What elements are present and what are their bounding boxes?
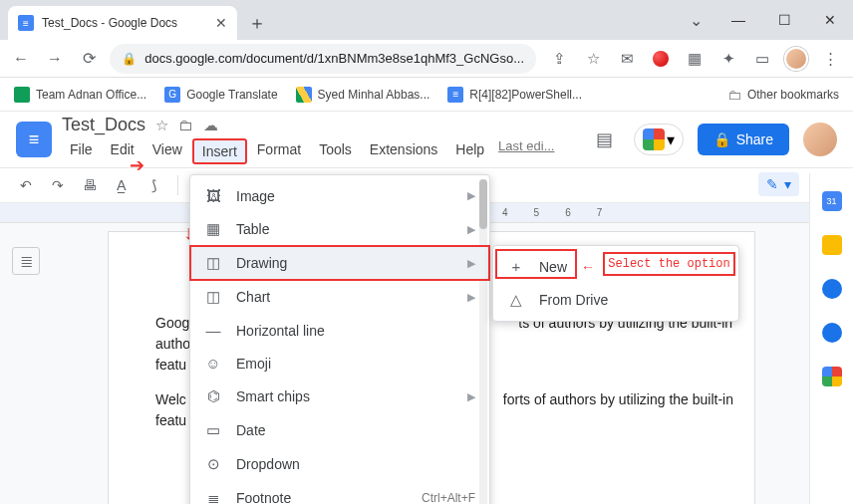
other-bookmarks-label: Other bookmarks — [747, 88, 839, 102]
undo-button[interactable]: ↶ — [14, 173, 38, 197]
plus-icon: + — [507, 258, 525, 275]
bookmarks-bar: Team Adnan Office... GGoogle Translate S… — [0, 78, 853, 112]
menu-label: Chart — [236, 289, 270, 305]
annotation-text: Select the option — [608, 257, 729, 271]
insert-smart-chips[interactable]: ⌬Smart chips▶ — [190, 379, 489, 413]
calendar-icon[interactable] — [822, 191, 842, 211]
menu-tools[interactable]: Tools — [311, 138, 360, 164]
menu-format[interactable]: Format — [249, 138, 309, 164]
annotation-arrow: ➔ — [130, 154, 144, 176]
footnote-icon: ≣ — [204, 489, 222, 504]
extensions-icon[interactable]: ✦ — [713, 45, 743, 73]
menu-view[interactable]: View — [144, 138, 190, 164]
menu-label: Date — [236, 422, 266, 438]
bookmark-label: R[4][82]PowerShell... — [469, 88, 582, 102]
close-tab-icon[interactable]: ✕ — [215, 15, 227, 31]
shortcut-label: Ctrl+Alt+F — [422, 491, 475, 504]
sheets-extension-icon[interactable]: ▦ — [680, 45, 710, 73]
bookmark-item[interactable]: Syed Minhal Abbas... — [296, 87, 430, 103]
lock-icon: 🔒 — [122, 52, 137, 66]
new-tab-button[interactable]: ＋ — [243, 9, 271, 37]
print-button[interactable]: 🖶 — [78, 173, 102, 197]
meet-button[interactable]: ▾ — [634, 124, 684, 155]
submenu-arrow-icon: ▶ — [467, 223, 475, 236]
browser-tab[interactable]: ≡ Test_Docs - Google Docs ✕ — [8, 6, 237, 40]
date-icon: ▭ — [204, 421, 222, 439]
cloud-status-icon[interactable]: ☁ — [203, 117, 218, 134]
menu-label: Horizontal line — [236, 323, 325, 339]
url-field[interactable]: 🔒 docs.google.com/document/d/1xnBNMm3e8s… — [110, 44, 536, 74]
lock-icon: 🔒 — [713, 131, 730, 147]
docs-logo-icon[interactable]: ≡ — [16, 122, 52, 157]
menu-help[interactable]: Help — [447, 138, 492, 164]
redo-button[interactable]: ↷ — [46, 173, 70, 197]
opera-extension-icon[interactable] — [646, 45, 676, 73]
star-icon[interactable]: ☆ — [155, 117, 168, 134]
tab-overflow-icon[interactable]: ⌄ — [676, 5, 715, 35]
insert-dropdown: 🖼Image▶ ▦Table▶ ◫Drawing▶ ◫Chart▶ —Horiz… — [189, 174, 490, 504]
ruler-mark: 5 — [534, 207, 540, 218]
minimize-button[interactable]: — — [715, 5, 761, 35]
browser-menu-icon[interactable]: ⋮ — [815, 45, 845, 73]
tasks-icon[interactable] — [822, 279, 842, 299]
submenu-label: New — [539, 259, 567, 275]
document-title[interactable]: Test_Docs — [62, 115, 145, 135]
insert-drawing[interactable]: ◫Drawing▶ — [190, 246, 489, 280]
ruler-mark: 7 — [597, 207, 603, 218]
bookmark-item[interactable]: ≡R[4][82]PowerShell... — [447, 87, 582, 103]
keep-icon[interactable] — [822, 235, 842, 255]
other-bookmarks[interactable]: 🗀Other bookmarks — [727, 87, 839, 103]
bookmark-item[interactable]: Team Adnan Office... — [14, 87, 146, 103]
contacts-icon[interactable] — [822, 323, 842, 343]
reload-button[interactable]: ⟳ — [76, 45, 102, 73]
insert-hline[interactable]: —Horizontal line — [190, 314, 489, 347]
chart-icon: ◫ — [204, 288, 222, 306]
docs-header: ≡ Test_Docs ☆ 🗀 ☁ File Edit View Insert … — [0, 112, 853, 167]
insert-date[interactable]: ▭Date — [190, 413, 489, 447]
drawing-icon: ◫ — [204, 254, 222, 272]
address-bar: ← → ⟳ 🔒 docs.google.com/document/d/1xnBN… — [0, 40, 853, 78]
bookmark-star-icon[interactable]: ☆ — [578, 45, 608, 73]
share-url-icon[interactable]: ⇪ — [544, 45, 574, 73]
mail-extension-icon[interactable]: ✉ — [612, 45, 642, 73]
menu-file[interactable]: File — [62, 138, 101, 164]
submenu-label: From Drive — [539, 292, 608, 308]
insert-dropdown-chip[interactable]: ⊙Dropdown — [190, 447, 489, 481]
outline-toggle-button[interactable]: ≣ — [12, 247, 40, 275]
maps-icon[interactable] — [822, 367, 842, 386]
menu-label: Footnote — [236, 490, 291, 504]
share-button[interactable]: 🔒Share — [698, 124, 789, 155]
insert-emoji[interactable]: ☺Emoji — [190, 347, 489, 379]
annotation-callout: Select the option — [603, 252, 735, 276]
cast-icon[interactable]: ▭ — [747, 45, 777, 73]
account-avatar[interactable] — [803, 123, 837, 156]
insert-table[interactable]: ▦Table▶ — [190, 212, 489, 246]
editing-mode-button[interactable]: ✎ ▾ — [758, 172, 799, 196]
menu-insert[interactable]: Insert — [192, 138, 247, 164]
share-label: Share — [736, 131, 773, 147]
bookmark-label: Google Translate — [186, 88, 277, 102]
maximize-button[interactable]: ☐ — [761, 5, 807, 35]
menu-label: Drawing — [236, 255, 287, 271]
smart-chips-icon: ⌬ — [204, 387, 222, 405]
spellcheck-button[interactable]: A̲ — [110, 173, 134, 197]
insert-image[interactable]: 🖼Image▶ — [190, 179, 489, 212]
comments-icon[interactable]: ▤ — [590, 125, 620, 154]
back-button[interactable]: ← — [8, 45, 34, 73]
bookmark-item[interactable]: GGoogle Translate — [164, 87, 277, 103]
profile-avatar[interactable] — [781, 45, 811, 73]
last-edit-link[interactable]: Last edi... — [498, 138, 554, 164]
drawing-from-drive[interactable]: △From Drive — [493, 283, 738, 317]
forward-button[interactable]: → — [42, 45, 68, 73]
menu-label: Emoji — [236, 356, 271, 372]
table-icon: ▦ — [204, 220, 222, 238]
insert-footnote[interactable]: ≣FootnoteCtrl+Alt+F — [190, 481, 489, 504]
move-icon[interactable]: 🗀 — [178, 117, 193, 133]
menu-label: Smart chips — [236, 388, 310, 404]
window-close-button[interactable]: ✕ — [807, 5, 853, 35]
paint-format-button[interactable]: ⟆ — [142, 173, 165, 197]
drive-icon: △ — [507, 291, 525, 309]
menu-extensions[interactable]: Extensions — [362, 138, 445, 164]
insert-chart[interactable]: ◫Chart▶ — [190, 280, 489, 314]
emoji-icon: ☺ — [204, 355, 222, 372]
